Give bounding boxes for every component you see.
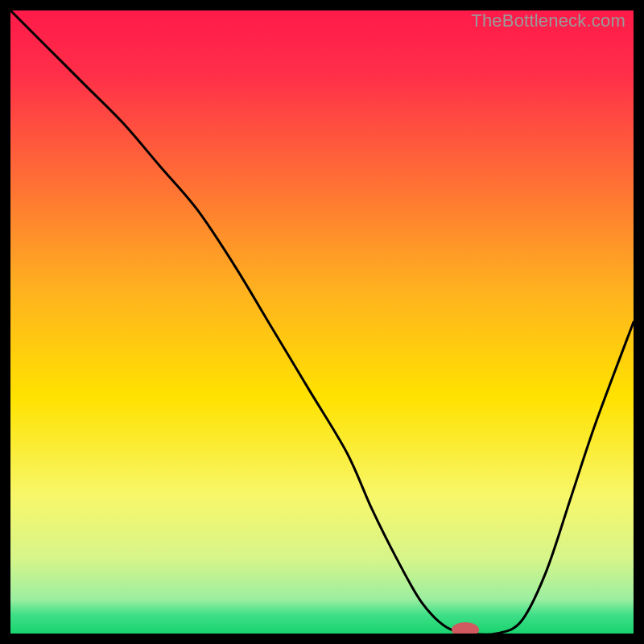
bottleneck-plot (10, 10, 634, 634)
watermark-text: TheBottleneck.com (471, 10, 625, 31)
chart-frame: TheBottleneck.com (10, 10, 634, 634)
